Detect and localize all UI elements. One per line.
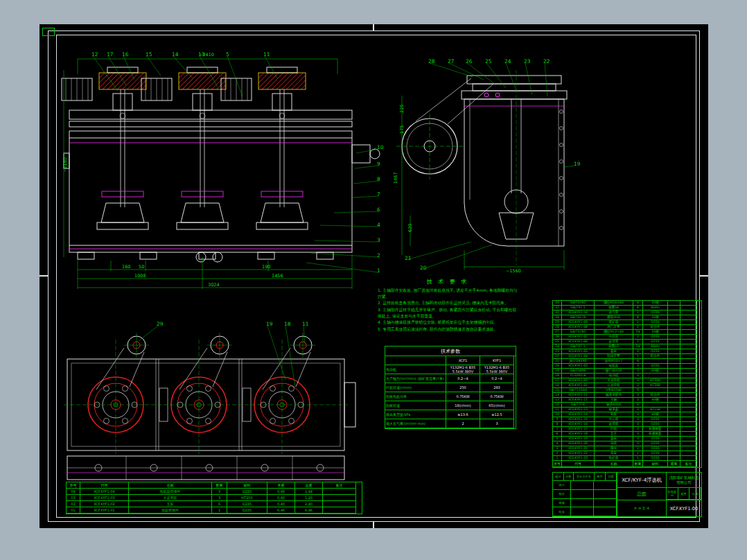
bom-cell: Q235 xyxy=(643,441,668,446)
side-section-view: 28272625242322192120 2251751467620~1560 xyxy=(389,58,583,279)
bom-cell: Q235 xyxy=(643,320,668,325)
bom-cell: 螺栓M16×60 xyxy=(595,301,633,306)
bom-cell: 32 xyxy=(553,306,562,310)
parts-cell: 大皮带轮 xyxy=(129,495,212,501)
technical-requirement-note: 5. 专用工具使用后涂油封存, 部件内腔涂防锈漆并按协议要求涂装。 xyxy=(378,326,518,333)
parts-cell: 01 xyxy=(67,507,80,514)
bom-cell: XCF.KYF1-03 xyxy=(562,364,595,369)
stage-header-cell: 阶段标记 xyxy=(667,488,678,500)
bom-cell xyxy=(680,422,697,427)
bom-cell: 3 xyxy=(633,374,643,378)
parameter-label: 电动机 xyxy=(385,365,446,374)
parts-continuation-table: 序号代号名称数量材料单重总重备注04XCF.KYF1-04电机架焊接件3Q235… xyxy=(66,482,362,514)
title-block: 标记处数更改文件号签字日期 设计校对审核批准 XCF/KYF-4浮选机 沈阳基矿… xyxy=(552,472,702,517)
bom-cell: 轴承盖 xyxy=(595,408,633,412)
part-callout: 11 xyxy=(302,321,309,327)
signature-row-cell xyxy=(594,499,617,508)
part-callout: 15 xyxy=(146,51,152,58)
parameter-value: 283 xyxy=(480,383,514,392)
bom-cell: 给矿箱 xyxy=(595,456,633,461)
parts-cell: 03 xyxy=(67,495,80,501)
bom-cell: 20 xyxy=(553,364,562,369)
parameter-header-cell xyxy=(385,356,446,365)
part-callout: 26 xyxy=(466,58,473,64)
bom-cell: 槽体 xyxy=(595,446,633,451)
callout-leader-line xyxy=(310,253,378,257)
dimension-label: 50 xyxy=(139,264,144,270)
parts-header-cell: 代号 xyxy=(80,482,129,489)
bom-cell: HT200 xyxy=(643,378,668,383)
signature-row-cell: 批准 xyxy=(553,507,571,516)
parts-header-cell: 序号 xyxy=(67,482,80,489)
bom-cell: XCF.KYF1-13 xyxy=(562,408,595,412)
parts-cell: XCF.KYF1-03 xyxy=(80,495,129,501)
drawing-number: XCF.KYF1-00 xyxy=(667,500,701,516)
bom-cell: 24 xyxy=(633,344,643,349)
bom-cell: 定子 xyxy=(595,432,633,437)
bom-cell: 套筒 xyxy=(595,412,633,417)
bom-cell: GB/T6170 xyxy=(562,315,595,320)
bom-cell: 18 xyxy=(553,374,562,378)
parts-cell xyxy=(323,501,356,507)
center-tick-left xyxy=(39,275,48,277)
bom-cell: HT150 xyxy=(643,408,668,412)
part-callout: 9 xyxy=(377,161,380,167)
bom-cell: 35钢 xyxy=(643,315,668,320)
bom-cell xyxy=(668,349,680,354)
side-dimension-labels: 2251751467620~1560 xyxy=(393,105,521,274)
callout-leader-line xyxy=(267,326,285,380)
dimension-label: 190 xyxy=(262,264,270,270)
signature-row-cell: 校对 xyxy=(553,490,571,499)
bom-cell xyxy=(680,369,697,374)
callout-leader-line xyxy=(506,63,517,92)
parts-cell: 支架 xyxy=(129,501,212,507)
bom-cell: 3 xyxy=(633,393,643,398)
bom-cell xyxy=(668,310,680,315)
bom-cell: 10 xyxy=(553,412,562,417)
bom-cell xyxy=(668,427,680,432)
bom-cell: XCF.KYF1-14 xyxy=(562,412,595,417)
stage-header-cell: 重量 xyxy=(678,488,690,500)
bom-cell: 主轴 xyxy=(595,398,633,403)
bom-cell xyxy=(668,354,680,359)
bom-header-cell: 材料 xyxy=(643,461,668,467)
part-callout: 19 xyxy=(574,161,581,167)
bom-cell: 3 xyxy=(633,417,643,422)
bom-cell: Q235 xyxy=(643,456,668,461)
bom-cell xyxy=(680,315,697,320)
bom-cell: 3 xyxy=(633,422,643,427)
bom-cell: 6 xyxy=(553,432,562,437)
part-callout: 10 xyxy=(377,144,384,150)
parts-cell: 1.20 xyxy=(295,495,323,501)
bom-cell xyxy=(668,417,680,422)
technical-requirement-note: 1. 主轴部件安装前, 按厂房地坪将机座找平, 误差不大于4mm, 各地脚螺栓均… xyxy=(378,288,518,299)
bom-cell xyxy=(680,320,697,325)
parts-header-cell: 材料 xyxy=(227,482,267,489)
bom-cell: GB/T97.1 xyxy=(562,306,595,310)
dimension-label: ~2410 xyxy=(199,52,214,58)
bom-cell: 轴承体部件 xyxy=(595,393,633,398)
parts-cell: 3 xyxy=(212,495,227,501)
bom-cell: Q235 xyxy=(643,437,668,441)
bom-cell xyxy=(668,340,680,344)
bom-cell: XCF.KYF1-07 xyxy=(562,335,595,340)
signature-row-cell xyxy=(571,507,594,516)
bom-cell: GB/T97.1 xyxy=(562,344,595,349)
bom-cell: 9 xyxy=(553,417,562,422)
parts-cell: 6.46 xyxy=(267,507,295,514)
bom-header-cell: 数量 xyxy=(633,461,643,467)
bom-cell: XCF.KYF1-12 xyxy=(562,398,595,403)
callout-leader-line xyxy=(449,63,484,80)
bom-cell: XCF.KYF1-21 xyxy=(562,446,595,451)
bom-cell xyxy=(680,344,697,349)
parts-cell: XCF.KYF1-04 xyxy=(80,489,129,495)
bom-cell: XCF.KYF1-15 xyxy=(562,417,595,422)
bom-cell: 小皮带轮 xyxy=(595,383,633,388)
callout-leader-line xyxy=(320,225,378,227)
bom-cell xyxy=(668,301,680,306)
parts-cell: XCF.KYF1-01 xyxy=(80,507,129,514)
bom-cell: 14 xyxy=(553,393,562,398)
bom-cell: 45钢 xyxy=(643,398,668,403)
bom-header-cell: 重量 xyxy=(668,461,680,467)
parameter-label: 生产能力/(m³/min) (按矿浆流量计算) xyxy=(385,374,446,383)
